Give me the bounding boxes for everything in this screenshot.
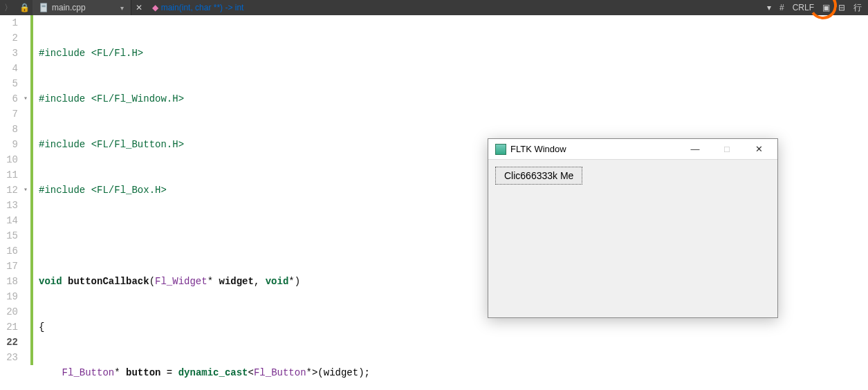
- minimize-button[interactable]: —: [679, 139, 711, 160]
- cjk-indicator: 行: [851, 2, 864, 14]
- app-titlebar[interactable]: FLTK Window — □ ✕: [488, 139, 777, 160]
- split-icon[interactable]: ⊟: [836, 3, 847, 12]
- app-window-title: FLTK Window: [510, 144, 566, 154]
- fltk-button[interactable]: Clic666333k Me: [495, 167, 582, 185]
- close-button[interactable]: ✕: [743, 139, 775, 160]
- editor-topbar: 〉 🔒 main.cpp ▾ ✕ ◆ main(int, char **) ->…: [0, 0, 868, 15]
- file-tab-label: main.cpp: [52, 3, 86, 12]
- line-number[interactable]: 9: [0, 137, 18, 152]
- app-window-body: Clic666333k Me: [488, 160, 777, 192]
- line-number[interactable]: 14: [0, 213, 18, 228]
- line-number[interactable]: 8: [0, 122, 18, 137]
- line-number[interactable]: 19: [0, 289, 18, 304]
- layout-icon[interactable]: ▣: [820, 3, 832, 12]
- line-number-active[interactable]: 22: [0, 335, 18, 350]
- lock-icon: 🔒: [17, 3, 33, 12]
- fold-toggle-icon[interactable]: ▾: [21, 183, 30, 198]
- line-number[interactable]: 15: [0, 228, 18, 243]
- svg-rect-1: [42, 6, 46, 6]
- app-window-icon: [495, 144, 506, 155]
- file-tab[interactable]: main.cpp ▾: [33, 0, 131, 15]
- tab-close-icon[interactable]: ✕: [131, 3, 147, 12]
- line-number[interactable]: 23: [0, 350, 18, 365]
- line-number-gutter[interactable]: 1 2 3 4 5 6 7 8 9 10 11 12 13 14 15 16 1…: [0, 15, 21, 390]
- line-number[interactable]: 5: [0, 76, 18, 91]
- line-ending-indicator[interactable]: CRLF: [791, 3, 816, 12]
- line-number[interactable]: 17: [0, 259, 18, 274]
- line-number[interactable]: 16: [0, 243, 18, 259]
- svg-rect-2: [42, 6, 46, 7]
- maximize-button[interactable]: □: [711, 139, 743, 160]
- cpp-file-icon: [39, 3, 49, 12]
- line-number[interactable]: 20: [0, 304, 18, 319]
- line-number[interactable]: 11: [0, 167, 18, 183]
- function-icon: ◆: [152, 3, 158, 12]
- code-line: #include <FL/Fl_Window.H>: [39, 91, 868, 106]
- line-number[interactable]: 1: [0, 15, 18, 30]
- nav-back-icon[interactable]: 〉: [0, 2, 17, 14]
- line-number[interactable]: 7: [0, 106, 18, 122]
- line-number[interactable]: 18: [0, 274, 18, 289]
- svg-rect-0: [41, 3, 47, 12]
- line-number[interactable]: 12: [0, 183, 18, 198]
- code-line: {: [39, 319, 868, 335]
- code-line: Fl_Button* button = dynamic_cast<Fl_Butt…: [39, 365, 868, 380]
- function-breadcrumb[interactable]: ◆ main(int, char **) -> int: [147, 3, 250, 12]
- line-number[interactable]: 21: [0, 319, 18, 335]
- fold-column: ▾ ▾: [21, 15, 30, 390]
- line-number[interactable]: 2: [0, 30, 18, 46]
- line-number[interactable]: 4: [0, 61, 18, 76]
- hash-indicator[interactable]: #: [777, 3, 786, 12]
- fltk-app-window[interactable]: FLTK Window — □ ✕ Clic666333k Me: [488, 138, 778, 318]
- function-signature: main(int, char **) -> int: [161, 3, 244, 12]
- line-number[interactable]: 3: [0, 46, 18, 61]
- topbar-right-controls: ▾ # CRLF ▣ ⊟ 行: [765, 2, 868, 14]
- line-number[interactable]: 13: [0, 198, 18, 213]
- line-number[interactable]: 10: [0, 152, 18, 167]
- code-line: #include <FL/Fl.H>: [39, 46, 868, 61]
- line-number[interactable]: 6: [0, 91, 18, 106]
- topbar-dropdown-icon[interactable]: ▾: [765, 3, 773, 12]
- tab-dropdown-icon[interactable]: ▾: [120, 4, 124, 12]
- fold-toggle-icon[interactable]: ▾: [21, 91, 30, 106]
